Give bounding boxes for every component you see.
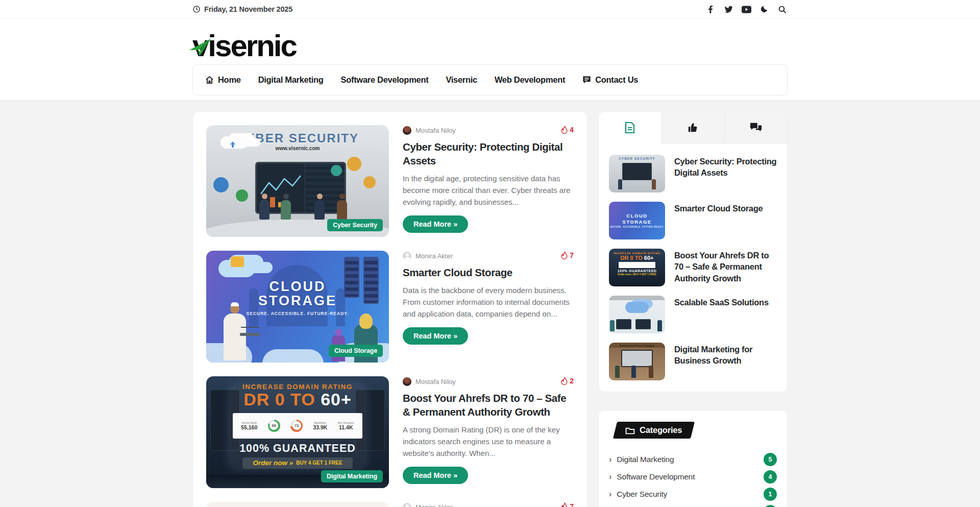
recent-posts-list: CYBER SECURITY Cyber Security: Protectin…	[599, 143, 787, 392]
facebook-icon[interactable]	[705, 4, 716, 15]
category-count-badge: 1	[764, 488, 777, 501]
folder-icon	[625, 426, 635, 434]
category-badge[interactable]: Cloud Storage	[329, 345, 383, 357]
fire-icon	[561, 251, 568, 259]
post-title[interactable]: Cyber Security: Protecting Digital Asset…	[403, 140, 574, 167]
site-logo[interactable]: visernic	[192, 31, 296, 61]
tab-recent-posts[interactable]	[599, 112, 661, 143]
post-partial: Monira Akter 7	[206, 502, 574, 507]
post-cloud-storage: CLOUD STORAGE SECURE. ACCESSIBLE. FUTURE…	[206, 251, 574, 363]
date-display: Friday, 21 November 2025	[192, 5, 292, 13]
current-date: Friday, 21 November 2025	[204, 5, 292, 13]
clock-icon	[192, 5, 201, 13]
guarantee-text: 100% GUARANTEED	[206, 442, 389, 455]
ur-gauge: 88	[268, 420, 280, 432]
category-badge[interactable]: Digital Marketing	[321, 470, 383, 482]
category-count-badge: 1	[764, 505, 777, 507]
author-avatar	[403, 503, 411, 507]
image-kicker: INCREASE DOMAIN RATING	[206, 376, 389, 391]
thumbs-up-icon	[687, 122, 698, 133]
tab-liked-posts[interactable]	[661, 112, 724, 143]
home-icon	[205, 76, 214, 84]
post-title[interactable]: Smarter Cloud Storage	[403, 265, 574, 279]
recent-post-cyber-security[interactable]: CYBER SECURITY Cyber Security: Protectin…	[609, 155, 777, 192]
category-badge[interactable]: Cyber Security	[327, 219, 383, 231]
sidebar: CYBER SECURITY Cyber Security: Protectin…	[598, 111, 788, 507]
recent-post-digital-marketing[interactable]: Building the Future Together Digital Mar…	[609, 343, 777, 380]
recent-post-cloud-storage[interactable]: CLOUD STORAGE SECURE. ACCESSIBLE. FUTURE…	[609, 202, 777, 239]
category-domain[interactable]: › Domain 1	[609, 503, 777, 507]
author-name[interactable]: Monira Akter	[415, 252, 453, 260]
category-digital-marketing[interactable]: › Digital Marketing 5	[609, 451, 777, 468]
nav-item-web-development[interactable]: Web Development	[495, 75, 565, 85]
category-cyber-security[interactable]: › Cyber Security 1	[609, 486, 777, 503]
ahrefs-stats-card: Ahrefs Rank55,160 88 73 Backlinks33.9K R…	[233, 413, 362, 439]
read-more-button[interactable]: Read More »	[403, 467, 468, 484]
views-count: 7	[561, 251, 574, 259]
post-image-ahrefs-dr[interactable]: INCREASE DOMAIN RATING DR 0 TO 60+ Ahref…	[206, 376, 389, 488]
author-avatar	[403, 377, 411, 386]
fire-icon	[561, 377, 568, 385]
comments-icon	[750, 122, 762, 133]
post-image-partial[interactable]	[206, 502, 389, 507]
category-software-development[interactable]: › Software Development 4	[609, 468, 777, 486]
views-count: 4	[561, 126, 574, 134]
categories-list: › Digital Marketing 5 › Software Develop…	[609, 451, 777, 507]
logo-paper-plane-icon	[188, 37, 212, 57]
categories-header: Categories	[613, 422, 695, 439]
chevron-right-icon: ›	[609, 490, 611, 499]
recent-post-thumbnail: INCREASE DOMAIN RATING DR 0 TO 60+ 100% …	[609, 249, 665, 286]
post-image-cyber-security[interactable]: CYBER SECURITY www.visernic.com	[206, 125, 389, 237]
image-heading: CLOUD STORAGE	[241, 279, 354, 308]
youtube-icon[interactable]	[741, 4, 752, 15]
post-feed: CYBER SECURITY www.visernic.com	[192, 111, 587, 507]
document-icon	[624, 122, 635, 134]
sidebar-tabs	[599, 112, 787, 143]
fire-icon	[561, 126, 568, 134]
dr-gauge: 73	[290, 420, 303, 432]
post-cyber-security: CYBER SECURITY www.visernic.com	[206, 125, 574, 237]
dark-mode-icon[interactable]	[758, 4, 770, 15]
author-name[interactable]: Mostafa Niloy	[415, 378, 456, 385]
category-count-badge: 4	[764, 470, 777, 484]
site-header: visernic Home Digital Marketing Software…	[0, 18, 980, 100]
recent-post-thumbnail	[609, 296, 665, 333]
chevron-right-icon: ›	[609, 455, 611, 464]
main-nav: Home Digital Marketing Software Developm…	[192, 64, 788, 95]
recent-post-thumbnail: Building the Future Together	[609, 343, 665, 380]
post-image-cloud-storage[interactable]: CLOUD STORAGE SECURE. ACCESSIBLE. FUTURE…	[206, 251, 389, 363]
top-bar: Friday, 21 November 2025	[0, 0, 980, 18]
post-ahrefs-dr: INCREASE DOMAIN RATING DR 0 TO 60+ Ahref…	[206, 376, 574, 488]
chat-icon	[582, 76, 591, 84]
author-name[interactable]: Monira Akter	[415, 503, 453, 507]
post-excerpt: Data is the backbone of every modern bus…	[403, 284, 574, 320]
recent-post-thumbnail: CYBER SECURITY	[609, 155, 665, 192]
nav-item-visernic[interactable]: Visernic	[446, 75, 477, 85]
recent-post-saas[interactable]: Scalable SaaS Solutions	[609, 296, 777, 333]
views-count: 7	[561, 502, 574, 507]
post-excerpt: In the digital age, protecting sensitive…	[403, 173, 574, 208]
author-avatar	[403, 252, 411, 260]
category-count-badge: 5	[764, 453, 777, 466]
nav-item-software-development[interactable]: Software Development	[341, 75, 429, 85]
author-avatar	[403, 126, 411, 135]
read-more-button[interactable]: Read More »	[403, 215, 468, 233]
chevron-right-icon: ›	[609, 472, 611, 481]
twitter-icon[interactable]	[723, 4, 734, 15]
recent-post-ahrefs-dr[interactable]: INCREASE DOMAIN RATING DR 0 TO 60+ 100% …	[609, 249, 777, 286]
post-excerpt: A strong Domain Rating (DR) is one of th…	[403, 424, 574, 459]
sidebar-widget-categories: Categories › Digital Marketing 5 › Softw…	[598, 410, 788, 507]
fire-icon	[561, 502, 568, 507]
nav-item-contact-us[interactable]: Contact Us	[582, 75, 638, 85]
recent-post-thumbnail: CLOUD STORAGE SECURE. ACCESSIBLE. FUTURE…	[609, 202, 665, 239]
search-icon[interactable]	[776, 4, 788, 15]
sidebar-widget-posts: CYBER SECURITY Cyber Security: Protectin…	[598, 111, 788, 392]
views-count: 2	[561, 377, 574, 385]
tab-comments[interactable]	[724, 112, 787, 143]
nav-item-home[interactable]: Home	[205, 75, 241, 85]
post-title[interactable]: Boost Your Ahrefs DR to 70 – Safe & Perm…	[403, 391, 574, 419]
nav-item-digital-marketing[interactable]: Digital Marketing	[258, 75, 324, 85]
author-name[interactable]: Mostafa Niloy	[415, 127, 456, 134]
read-more-button[interactable]: Read More »	[403, 327, 468, 345]
